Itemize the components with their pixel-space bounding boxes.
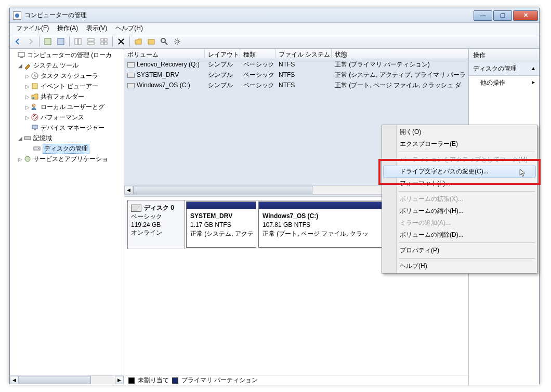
minimize-button[interactable]: —: [474, 10, 492, 21]
separator: [399, 258, 535, 259]
drive-icon: [127, 73, 135, 78]
toolbar-icon-4[interactable]: [85, 36, 97, 47]
collapse-icon: ▴: [532, 64, 535, 73]
tree-device-manager[interactable]: デバイス マネージャー: [41, 124, 104, 132]
ctx-open[interactable]: 開く(O): [383, 126, 536, 138]
svg-rect-20: [32, 125, 37, 129]
back-button[interactable]: [12, 36, 23, 47]
volume-row[interactable]: Windows7_OS (C:) シンプル ベーシック NTFS 正常 (ブート…: [124, 80, 468, 90]
ctx-delete[interactable]: ボリュームの削除(D)...: [383, 229, 536, 241]
tree-disk-management[interactable]: ディスクの管理: [43, 144, 89, 154]
ctx-mark-active: パーティションをアクティブとしてマーク(M): [383, 154, 536, 166]
drive-icon: [127, 62, 135, 67]
forward-button[interactable]: [25, 36, 36, 47]
tree-event-viewer[interactable]: イベント ビューアー: [41, 82, 98, 91]
menu-file[interactable]: ファイル(F): [12, 22, 53, 34]
separator: [399, 191, 535, 192]
tree-task-scheduler[interactable]: タスク スケジューラ: [41, 72, 98, 80]
partition[interactable]: SYSTEM_DRV 1.17 GB NTFS 正常 (システム, アクテ: [186, 201, 256, 248]
separator: [399, 242, 535, 243]
volume-row[interactable]: SYSTEM_DRV シンプル ベーシック NTFS 正常 (システム, アクテ…: [124, 70, 468, 80]
expand-icon[interactable]: ▷: [24, 84, 31, 89]
ctx-explorer[interactable]: エクスプローラー(E): [383, 138, 536, 150]
legend-unallocated-label: 未割り当て: [138, 376, 169, 385]
ctx-properties[interactable]: プロパティ(P): [383, 245, 536, 256]
expand-icon[interactable]: ▷: [17, 156, 23, 162]
expand-icon[interactable]: ▷: [24, 104, 31, 110]
actions-more[interactable]: 他の操作▸: [469, 76, 539, 90]
svg-rect-14: [20, 57, 23, 58]
svg-rect-9: [104, 42, 107, 45]
scroll-right-button[interactable]: ▶: [115, 376, 124, 384]
svg-rect-23: [34, 147, 40, 150]
svg-rect-22: [24, 137, 31, 140]
tree-h-scrollbar[interactable]: ◀ ▶: [10, 375, 124, 384]
menu-view[interactable]: 表示(V): [82, 22, 111, 34]
col-type[interactable]: 種類: [240, 49, 276, 59]
svg-rect-8: [101, 42, 103, 45]
col-layout[interactable]: レイアウト: [205, 49, 240, 59]
svg-rect-6: [101, 38, 103, 41]
scroll-left-button[interactable]: ◀: [124, 186, 133, 194]
svg-rect-2: [75, 38, 77, 45]
expand-icon[interactable]: ▷: [24, 73, 31, 79]
col-volume[interactable]: ボリューム: [124, 49, 205, 59]
scroll-left-button[interactable]: ◀: [10, 376, 19, 384]
title-bar: コンピューターの管理 — ▢ ✕: [10, 8, 539, 23]
ctx-shrink[interactable]: ボリュームの縮小(H)...: [383, 205, 536, 217]
legend: 未割り当て プライマリ パーティション: [124, 375, 468, 385]
close-button[interactable]: ✕: [513, 10, 538, 21]
actions-group[interactable]: ディスクの管理▴: [469, 62, 539, 76]
svg-rect-4: [88, 38, 94, 41]
expand-icon[interactable]: ▷: [24, 94, 31, 100]
disk-label[interactable]: ディスク 0 ベーシック 119.24 GB オンライン: [128, 200, 185, 249]
delete-icon[interactable]: [115, 36, 127, 47]
device-icon: [31, 124, 39, 132]
tree-services[interactable]: サービスとアプリケーショ: [33, 155, 108, 164]
navigation-tree[interactable]: コンピューターの管理 (ローカ ◢システム ツール ▷タスク スケジューラ ▷イ…: [10, 49, 124, 385]
ctx-format[interactable]: フォーマット(F)...: [383, 178, 536, 190]
menu-bar: ファイル(F) 操作(A) 表示(V) ヘルプ(H): [10, 23, 539, 34]
search-icon[interactable]: [159, 36, 170, 47]
tools-icon: [23, 61, 32, 70]
svg-rect-3: [78, 38, 81, 45]
separator: [129, 36, 130, 47]
tree-storage[interactable]: 記憶域: [33, 134, 52, 143]
legend-primary-swatch: [172, 377, 178, 384]
menu-help[interactable]: ヘルプ(H): [111, 22, 147, 34]
svg-rect-0: [45, 38, 51, 45]
gear-icon[interactable]: [172, 36, 183, 47]
col-status[interactable]: 状態: [332, 49, 468, 59]
toolbar-icon-3[interactable]: [72, 36, 84, 47]
menu-action[interactable]: 操作(A): [53, 22, 82, 34]
tree-shared-folders[interactable]: 共有フォルダー: [41, 92, 84, 101]
maximize-button[interactable]: ▢: [493, 10, 512, 21]
toolbar-icon-2[interactable]: [55, 36, 67, 47]
clock-icon: [31, 72, 39, 80]
toolbar: [10, 34, 539, 49]
ctx-help[interactable]: ヘルプ(H): [383, 260, 536, 272]
collapse-icon[interactable]: ◢: [17, 63, 23, 69]
svg-rect-1: [58, 38, 64, 45]
svg-rect-5: [88, 42, 94, 45]
svg-point-17: [32, 97, 34, 99]
tree-system-tools[interactable]: システム ツール: [33, 61, 78, 70]
collapse-icon[interactable]: ◢: [17, 136, 23, 141]
toolbar-icon-5[interactable]: [98, 36, 110, 47]
tree-local-users[interactable]: ローカル ユーザーとグ: [41, 103, 104, 112]
partition-header: [187, 202, 256, 209]
ctx-change-drive-letter[interactable]: ドライブ文字とパスの変更(C)...: [383, 166, 536, 178]
context-menu: 開く(O) エクスプローラー(E) パーティションをアクティブとしてマーク(M)…: [382, 125, 537, 274]
expand-icon[interactable]: ▷: [24, 115, 31, 120]
folder-icon[interactable]: [146, 36, 157, 47]
tree-performance[interactable]: パフォーマンス: [41, 113, 84, 122]
tree-root[interactable]: コンピューターの管理 (ローカ: [27, 51, 112, 60]
col-fs[interactable]: ファイル システム: [276, 49, 332, 59]
open-folder-icon[interactable]: [133, 36, 144, 47]
toolbar-icon-1[interactable]: [42, 36, 54, 47]
users-icon: [31, 103, 39, 111]
volume-row[interactable]: Lenovo_Recovery (Q:) シンプル ベーシック NTFS 正常 …: [124, 59, 468, 70]
svg-rect-10: [148, 39, 154, 44]
drive-icon: [127, 83, 135, 88]
ctx-add-mirror: ミラーの追加(A)...: [383, 217, 536, 229]
